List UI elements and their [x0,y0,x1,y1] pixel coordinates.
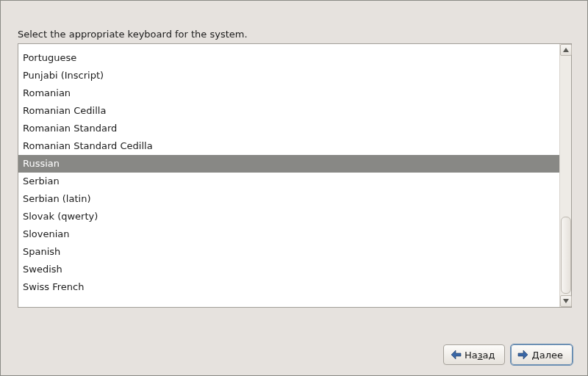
keyboard-list-item[interactable]: Serbian [18,173,559,190]
keyboard-list-viewport[interactable]: PolishPortuguesePunjabi (Inscript)Romani… [18,44,559,307]
chevron-up-icon [563,48,569,52]
keyboard-list-item[interactable]: Slovenian [18,225,559,243]
keyboard-list-item[interactable]: Russian [18,155,559,173]
keyboard-list-item[interactable]: Punjabi (Inscript) [18,67,559,84]
arrow-left-icon [450,350,462,360]
arrow-right-icon [517,350,529,360]
keyboard-list-item[interactable]: Polish [18,44,559,49]
next-button-label: Далее [532,350,563,361]
next-button[interactable]: Далее [511,344,573,365]
keyboard-list-item[interactable]: Serbian (latin) [18,190,559,208]
keyboard-list-item[interactable]: Slovak (qwerty) [18,208,559,225]
keyboard-list-item[interactable]: Romanian [18,84,559,102]
keyboard-list-item[interactable]: Romanian Cedilla [18,102,559,120]
scrollbar-thumb[interactable] [561,217,571,294]
scrollbar-track[interactable] [559,44,571,307]
wizard-button-row: Назад Далее [443,344,573,365]
keyboard-list-item[interactable]: Swedish [18,261,559,278]
back-button[interactable]: Назад [443,344,505,365]
keyboard-list-item[interactable]: Spanish [18,243,559,261]
scrollbar-down-button[interactable] [560,295,572,307]
installer-window: Select the appropriate keyboard for the … [0,0,588,376]
scrollbar-up-button[interactable] [560,44,572,56]
keyboard-list-item[interactable]: Swiss French [18,278,559,296]
keyboard-list-item[interactable]: Portuguese [18,49,559,67]
chevron-down-icon [563,299,569,303]
keyboard-list-item[interactable]: Romanian Standard Cedilla [18,137,559,155]
keyboard-list-frame: PolishPortuguesePunjabi (Inscript)Romani… [18,43,572,308]
back-button-label: Назад [465,350,495,361]
prompt-text: Select the appropriate keyboard for the … [18,29,248,40]
keyboard-list-item[interactable]: Romanian Standard [18,120,559,137]
